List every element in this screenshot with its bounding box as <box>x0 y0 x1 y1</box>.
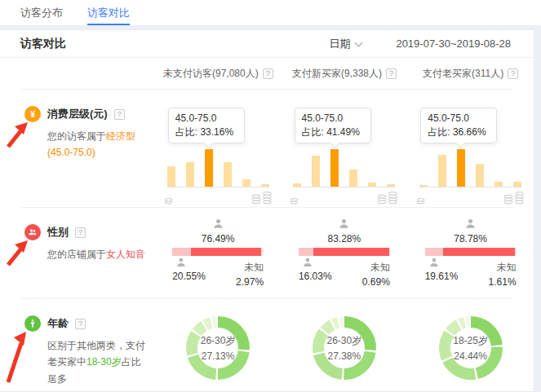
consumption-bar-chart <box>293 150 395 187</box>
column-headers: 未支付访客(97,080人) ? 支付新买家(9,338人) ? 支付老买家(3… <box>0 58 534 89</box>
tab-visitor-comparison[interactable]: 访客对比 <box>87 0 130 25</box>
unknown-percentage: 2.97% <box>236 276 264 288</box>
coins-large-icon <box>377 190 398 205</box>
coins-large-icon <box>251 190 273 205</box>
consumption-cell-new-buyers: 45.0-75.0 占比: 41.49% <box>282 90 408 207</box>
age-label: 年龄 ? 区别于其他两类，支付老买家中18-30岁占比居多 <box>0 299 155 391</box>
female-percentage: 76.49% <box>172 233 264 244</box>
age-row: 年龄 ? 区别于其他两类，支付老买家中18-30岁占比居多 26-30岁 27.… <box>0 299 534 391</box>
gender-stacked-bar <box>299 248 390 256</box>
red-annotation-arrow-icon <box>2 112 39 150</box>
section-subtitle: 您的店铺属于女人知音 <box>47 246 147 262</box>
age-cell-repeat-buyers: 18-25岁 24.44% <box>407 299 534 391</box>
help-icon[interactable]: ? <box>508 68 518 79</box>
consumption-tooltip: 45.0-75.0 占比: 41.49% <box>295 108 371 143</box>
gender-stacked-bar <box>425 248 517 256</box>
help-icon[interactable]: ? <box>263 68 273 79</box>
gender-stacked-bar <box>172 248 264 256</box>
column-header-unpaid-visitors: 未支付访客(97,080人) ? <box>155 67 282 81</box>
price-level-axis <box>290 190 398 205</box>
top-tab-bar: 访客分布 访客对比 <box>0 0 541 25</box>
age-top-segment-label: 18-25岁 <box>453 334 488 348</box>
panel-header: 访客对比 日期 2019-07-30~2019-08-28 <box>0 30 534 58</box>
column-header-new-buyers: 支付新买家(9,338人) ? <box>282 67 408 81</box>
unknown-label: 未知 <box>362 261 390 275</box>
age-top-segment-label: 26-30岁 <box>201 334 236 348</box>
consumption-bar-chart <box>167 150 269 187</box>
female-icon <box>338 218 350 230</box>
male-icon <box>175 257 187 268</box>
age-top-segment-value: 27.13% <box>202 350 235 362</box>
coins-small-icon <box>164 197 173 205</box>
male-percentage: 16.03% <box>299 271 332 282</box>
help-icon[interactable]: ? <box>386 68 397 79</box>
female-percentage: 78.78% <box>425 233 517 244</box>
help-icon[interactable]: ? <box>114 109 125 120</box>
section-title: 性别 <box>47 225 69 240</box>
male-percentage: 20.55% <box>172 271 206 282</box>
column-header-repeat-buyers: 支付老买家(311人) ? <box>407 67 534 81</box>
gender-cell-unpaid: 76.49% 20.55% 未知 2.97% <box>155 208 282 298</box>
section-title: 年龄 <box>47 316 69 331</box>
section-subtitle: 区别于其他两类，支付老买家中18-30岁占比居多 <box>47 337 147 387</box>
gender-label: 性别 ? 您的店铺属于女人知音 <box>0 208 155 298</box>
age-top-segment-label: 26-30岁 <box>327 334 362 348</box>
female-icon <box>212 218 224 230</box>
gender-row: 性别 ? 您的店铺属于女人知音 76.49% 20.55% 未知 2.97% <box>0 208 534 298</box>
age-top-segment-value: 24.44% <box>454 350 487 362</box>
gender-cell-repeat-buyers: 78.78% 19.61% 未知 1.61% <box>407 208 534 298</box>
consumption-tooltip: 45.0-75.0 占比: 36.66% <box>420 108 497 143</box>
consumption-cell-repeat-buyers: 45.0-75.0 占比: 36.66% <box>407 90 534 207</box>
consumption-level-label: ¥ 消费层级(元) ? 您的访客属于经济型(45.0-75.0) <box>0 90 155 207</box>
male-icon <box>428 257 440 268</box>
consumption-cell-unpaid: 45.0-75.0 占比: 33.16% <box>155 90 282 207</box>
help-icon[interactable]: ? <box>75 227 86 238</box>
coins-large-icon <box>503 190 525 205</box>
section-title: 消费层级(元) <box>47 107 108 121</box>
visitor-comparison-panel: 访客对比 日期 2019-07-30~2019-08-28 未支付访客(97,0… <box>0 29 534 392</box>
consumption-level-row: ¥ 消费层级(元) ? 您的访客属于经济型(45.0-75.0) 45.0-75… <box>0 90 534 207</box>
age-top-segment-value: 27.38% <box>328 350 361 362</box>
unknown-label: 未知 <box>236 261 264 275</box>
male-icon <box>302 257 313 268</box>
date-filter-label: 日期 <box>329 37 350 51</box>
date-filter-dropdown[interactable]: 日期 <box>329 37 361 51</box>
female-percentage: 83.28% <box>299 233 390 244</box>
age-cell-new-buyers: 26-30岁 27.38% <box>282 299 408 391</box>
help-icon[interactable]: ? <box>75 319 86 329</box>
red-annotation-arrow-icon <box>2 322 39 385</box>
chevron-down-icon <box>355 38 363 46</box>
age-cell-unpaid: 26-30岁 27.13% <box>155 299 282 391</box>
unknown-percentage: 0.69% <box>362 276 390 288</box>
section-subtitle: 您的访客属于经济型(45.0-75.0) <box>47 128 147 161</box>
consumption-tooltip: 45.0-75.0 占比: 33.16% <box>168 108 245 143</box>
page-title: 访客对比 <box>20 37 66 51</box>
male-percentage: 19.61% <box>425 271 459 282</box>
price-level-axis <box>164 190 273 205</box>
coins-small-icon <box>290 197 299 205</box>
unknown-percentage: 1.61% <box>489 276 517 288</box>
female-icon <box>464 218 477 230</box>
gender-cell-new-buyers: 83.28% 16.03% 未知 0.69% <box>282 208 408 298</box>
consumption-bar-chart <box>419 150 521 187</box>
unknown-label: 未知 <box>489 261 517 275</box>
coins-small-icon <box>416 197 425 205</box>
tab-visitor-distribution[interactable]: 访客分布 <box>20 0 63 25</box>
red-annotation-arrow-icon <box>2 231 39 268</box>
price-level-axis <box>416 190 525 205</box>
date-range-value[interactable]: 2019-07-30~2019-08-28 <box>396 37 511 50</box>
